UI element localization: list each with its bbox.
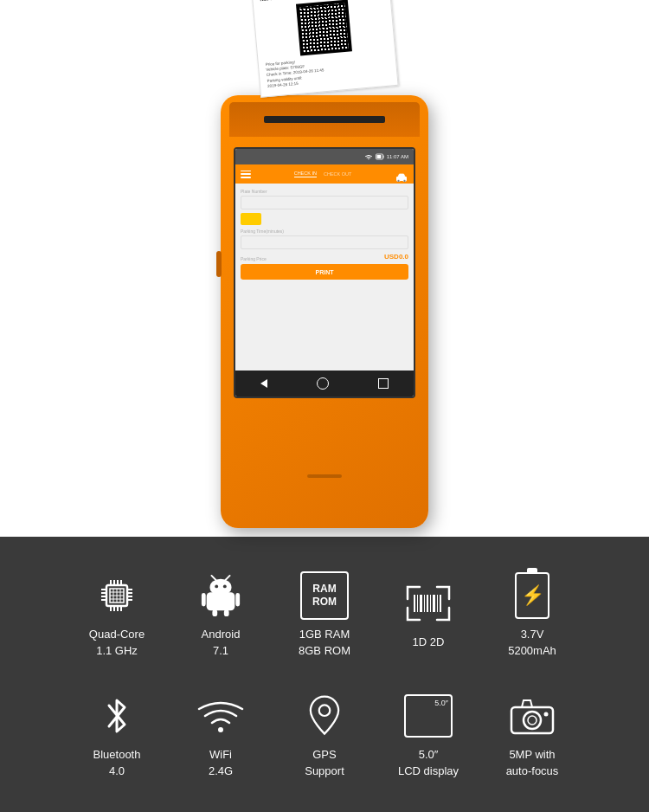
svg-point-50 xyxy=(319,706,331,717)
svg-rect-46 xyxy=(433,595,435,612)
device-screen: 11:07 AM CHECK IN CHECK OUT xyxy=(234,147,415,398)
battery-icon: ⚡ xyxy=(506,570,558,622)
print-button[interactable]: PRINT xyxy=(241,264,408,280)
lcd-icon: 5.0″ xyxy=(402,690,454,742)
camera-icon xyxy=(506,690,558,742)
screen-appbar: CHECK IN CHECK OUT xyxy=(235,164,414,184)
time-input[interactable] xyxy=(241,235,408,249)
nav-back-button[interactable] xyxy=(260,379,267,388)
printer-slot xyxy=(264,116,385,123)
android-icon xyxy=(195,570,247,622)
device-body: 11:07 AM CHECK IN CHECK OUT xyxy=(221,95,428,528)
svg-line-35 xyxy=(226,576,230,580)
bluetooth-icon xyxy=(91,690,143,742)
chip-icon xyxy=(91,570,143,622)
side-button xyxy=(216,251,222,277)
barcode-icon xyxy=(402,577,454,629)
screen-form: Plate Number Parking Time(minutes) Parki… xyxy=(235,184,414,285)
device-bottom xyxy=(221,441,428,511)
nav-home-button[interactable] xyxy=(317,377,329,390)
svg-point-54 xyxy=(544,712,549,717)
svg-rect-44 xyxy=(427,595,428,612)
svg-point-49 xyxy=(218,727,223,732)
svg-rect-40 xyxy=(414,595,415,612)
plate-input[interactable] xyxy=(241,196,408,209)
price-label: Parking Price xyxy=(241,256,267,261)
svg-line-34 xyxy=(211,576,215,580)
svg-point-31 xyxy=(210,579,232,596)
svg-point-5 xyxy=(403,180,406,183)
wifi-label: WiFi2.4G xyxy=(209,747,233,778)
spec-quad-core: Quad-Core1.1 GHz xyxy=(65,558,169,671)
ram-icon: RAM ROM xyxy=(299,570,350,622)
svg-rect-2 xyxy=(376,155,381,158)
tab-check-out[interactable]: CHECK OUT xyxy=(324,171,351,177)
spec-android: Android7.1 xyxy=(169,558,273,671)
spec-lcd: 5.0″ 5.0″LCD display xyxy=(376,679,480,791)
device-detail xyxy=(307,474,342,478)
svg-rect-41 xyxy=(417,595,418,612)
ram-rom-label: 1GB RAM8GB ROM xyxy=(299,627,350,658)
svg-rect-45 xyxy=(430,595,431,612)
svg-point-33 xyxy=(223,585,227,589)
color-block xyxy=(241,213,261,225)
spec-wifi: WiFi2.4G xyxy=(169,679,273,791)
android-label: Android7.1 xyxy=(202,627,241,658)
device-container: 2019-04-26 11:46 No. 020 Price for parki… xyxy=(160,26,489,528)
svg-rect-43 xyxy=(424,595,425,612)
spec-barcode: 1D 2D xyxy=(376,558,480,671)
camera-label: 5MP withauto-focus xyxy=(506,747,559,778)
receipt-paper: 2019-04-26 11:46 No. 020 Price for parki… xyxy=(250,0,398,98)
svg-point-52 xyxy=(524,712,541,729)
hamburger-icon xyxy=(241,171,251,178)
svg-rect-42 xyxy=(420,595,422,612)
battery-label: 3.7V5200mAh xyxy=(508,627,556,658)
svg-point-32 xyxy=(215,585,218,589)
gps-icon xyxy=(299,690,350,742)
gps-label: GPSSupport xyxy=(305,747,344,778)
wifi-icon xyxy=(195,690,247,742)
lcd-label: 5.0″LCD display xyxy=(398,747,459,778)
svg-rect-1 xyxy=(382,156,383,158)
screen-time: 11:07 AM xyxy=(387,154,408,159)
car-icon xyxy=(395,170,408,178)
device-image-section: 2019-04-26 11:46 No. 020 Price for parki… xyxy=(0,0,649,537)
svg-rect-36 xyxy=(202,593,206,606)
receipt-barcode xyxy=(296,0,352,55)
tab-check-in[interactable]: CHECK IN xyxy=(294,171,317,177)
spec-ram-rom: RAM ROM 1GB RAM8GB ROM xyxy=(273,558,376,671)
time-label: Parking Time(minutes) xyxy=(241,229,408,234)
svg-rect-37 xyxy=(235,593,240,606)
receipt-text: Price for parking! Vehicle plate: S708GF… xyxy=(266,51,390,89)
spec-bluetooth: Bluetooth4.0 xyxy=(65,679,169,791)
printer-top xyxy=(229,102,420,137)
svg-rect-38 xyxy=(212,610,217,617)
barcode-label: 1D 2D xyxy=(413,635,445,650)
plate-label: Plate Number xyxy=(241,189,408,194)
spec-camera: 5MP withauto-focus xyxy=(480,679,584,791)
specs-section: Quad-Core1.1 GHz xyxy=(0,537,649,812)
svg-rect-48 xyxy=(440,595,441,612)
screen-navbar xyxy=(235,371,414,396)
svg-rect-39 xyxy=(224,610,229,617)
spec-gps: GPSSupport xyxy=(273,679,376,791)
spec-battery: ⚡ 3.7V5200mAh xyxy=(480,558,584,671)
svg-point-4 xyxy=(397,180,400,183)
screen-statusbar: 11:07 AM xyxy=(235,149,414,164)
quad-core-label: Quad-Core1.1 GHz xyxy=(89,627,145,658)
price-value: USD0.0 xyxy=(384,253,408,261)
bluetooth-label: Bluetooth4.0 xyxy=(93,747,141,778)
svg-point-53 xyxy=(528,716,537,725)
nav-recent-button[interactable] xyxy=(378,378,389,389)
svg-rect-47 xyxy=(437,595,438,612)
